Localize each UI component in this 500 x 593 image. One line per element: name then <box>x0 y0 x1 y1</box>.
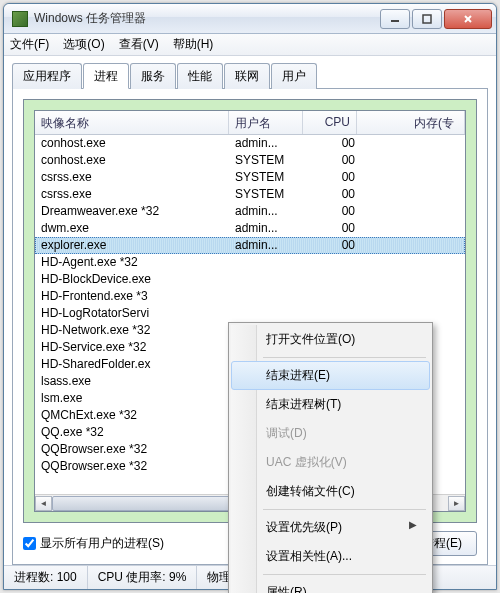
context-menu: 打开文件位置(O) 结束进程(E) 结束进程树(T) 调试(D) UAC 虚拟化… <box>228 322 433 593</box>
table-row[interactable]: HD-BlockDevice.exe <box>35 271 465 288</box>
ctx-set-priority[interactable]: 设置优先级(P)▶ <box>231 513 430 542</box>
ctx-create-dump[interactable]: 创建转储文件(C) <box>231 477 430 506</box>
show-all-users-check[interactable]: 显示所有用户的进程(S) <box>23 535 164 552</box>
table-row[interactable]: dwm.exeadmin...00 <box>35 220 465 237</box>
maximize-button[interactable] <box>412 9 442 29</box>
tab-strip: 应用程序进程服务性能联网用户 <box>12 62 488 88</box>
menubar: 文件(F) 选项(O) 查看(V) 帮助(H) <box>4 34 496 56</box>
ctx-open-file-location[interactable]: 打开文件位置(O) <box>231 325 430 354</box>
close-button[interactable] <box>444 9 492 29</box>
table-row[interactable]: Dreamweaver.exe *32admin...00 <box>35 203 465 220</box>
ctx-end-process[interactable]: 结束进程(E) <box>231 361 430 390</box>
tab-3[interactable]: 性能 <box>177 63 223 89</box>
status-cpu: CPU 使用率: 9% <box>88 566 198 589</box>
table-row[interactable]: csrss.exeSYSTEM00 <box>35 169 465 186</box>
menu-help[interactable]: 帮助(H) <box>173 36 214 53</box>
ctx-end-process-tree[interactable]: 结束进程树(T) <box>231 390 430 419</box>
minimize-button[interactable] <box>380 9 410 29</box>
tab-1[interactable]: 进程 <box>83 63 129 89</box>
show-all-users-checkbox[interactable] <box>23 537 36 550</box>
ctx-set-affinity[interactable]: 设置相关性(A)... <box>231 542 430 571</box>
col-memory[interactable]: 内存(专 <box>357 111 465 134</box>
ctx-uac-virtualization: UAC 虚拟化(V) <box>231 448 430 477</box>
tab-0[interactable]: 应用程序 <box>12 63 82 89</box>
status-processes: 进程数: 100 <box>4 566 88 589</box>
scroll-right-button[interactable]: ► <box>448 496 465 511</box>
table-row[interactable]: conhost.exeSYSTEM00 <box>35 152 465 169</box>
chevron-right-icon: ▶ <box>409 519 417 530</box>
tab-5[interactable]: 用户 <box>271 63 317 89</box>
column-headers: 映像名称 用户名 CPU 内存(专 <box>35 111 465 135</box>
col-image-name[interactable]: 映像名称 <box>35 111 229 134</box>
table-row[interactable]: HD-LogRotatorServi <box>35 305 465 322</box>
ctx-properties[interactable]: 属性(R) <box>231 578 430 593</box>
svg-rect-1 <box>423 15 431 23</box>
table-row[interactable]: csrss.exeSYSTEM00 <box>35 186 465 203</box>
content-area: 应用程序进程服务性能联网用户 映像名称 用户名 CPU 内存(专 conhost… <box>4 56 496 565</box>
show-all-users-label: 显示所有用户的进程(S) <box>40 535 164 552</box>
app-icon <box>12 11 28 27</box>
task-manager-window: Windows 任务管理器 文件(F) 选项(O) 查看(V) 帮助(H) 应用… <box>3 3 497 590</box>
tab-panel-processes: 映像名称 用户名 CPU 内存(专 conhost.exeadmin...00c… <box>12 88 488 565</box>
table-row[interactable]: conhost.exeadmin...00 <box>35 135 465 152</box>
ctx-separator <box>263 509 426 510</box>
table-row[interactable]: HD-Agent.exe *32 <box>35 254 465 271</box>
window-title: Windows 任务管理器 <box>34 10 380 27</box>
table-row[interactable]: explorer.exeadmin...00 <box>35 237 465 254</box>
menu-view[interactable]: 查看(V) <box>119 36 159 53</box>
menu-options[interactable]: 选项(O) <box>63 36 104 53</box>
ctx-separator <box>263 574 426 575</box>
ctx-debug: 调试(D) <box>231 419 430 448</box>
col-user[interactable]: 用户名 <box>229 111 303 134</box>
tab-4[interactable]: 联网 <box>224 63 270 89</box>
table-row[interactable]: HD-Frontend.exe *3 <box>35 288 465 305</box>
ctx-separator <box>263 357 426 358</box>
menu-file[interactable]: 文件(F) <box>10 36 49 53</box>
col-cpu[interactable]: CPU <box>303 111 357 134</box>
titlebar[interactable]: Windows 任务管理器 <box>4 4 496 34</box>
scroll-left-button[interactable]: ◄ <box>35 496 52 511</box>
tab-2[interactable]: 服务 <box>130 63 176 89</box>
